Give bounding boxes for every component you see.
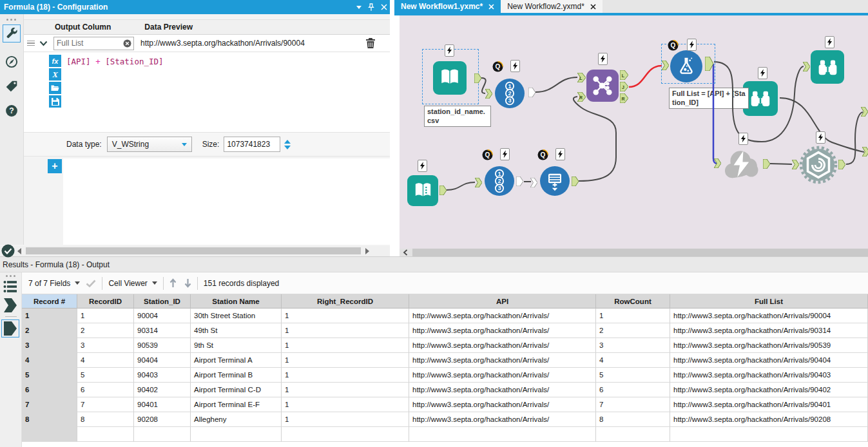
gear-macro-input-anchor[interactable] bbox=[792, 160, 799, 171]
fx-button[interactable]: fx bbox=[49, 55, 61, 67]
fields-caret-icon[interactable] bbox=[75, 281, 80, 285]
table-row[interactable]: 6690402Airport Terminal C-D1http://www3.… bbox=[22, 383, 868, 397]
size-spinner[interactable] bbox=[284, 140, 291, 149]
scroll-right-icon[interactable] bbox=[365, 248, 369, 254]
output-column-input[interactable]: Full List bbox=[53, 37, 134, 50]
column-header[interactable]: Right_RecordID bbox=[282, 294, 409, 309]
delete-expression-icon[interactable] bbox=[365, 37, 376, 49]
table-row[interactable]: 229031449th St1http://www3.septa.org/hac… bbox=[22, 323, 868, 338]
metadata-view-icon[interactable] bbox=[3, 280, 17, 293]
table-row[interactable]: 5590403Airport Terminal B1http://www3.se… bbox=[22, 368, 868, 383]
record-id-tool-1[interactable]: 1 2 3 bbox=[495, 79, 525, 108]
formula-tool[interactable] bbox=[670, 50, 702, 82]
input1-output-anchor[interactable] bbox=[474, 73, 481, 85]
join-tool[interactable] bbox=[586, 70, 619, 102]
input-data-tool-2[interactable] bbox=[407, 175, 438, 206]
scroll-top-icon[interactable] bbox=[169, 278, 177, 288]
column-header[interactable]: API bbox=[409, 294, 596, 309]
canvas-horizontal-scrollbar[interactable] bbox=[400, 249, 868, 256]
wire-generaterows-join-right[interactable] bbox=[574, 97, 616, 181]
wire-join-formula-selected-red[interactable] bbox=[629, 66, 662, 87]
help-tab-button[interactable]: ? bbox=[3, 102, 21, 120]
apply-fields-check-icon[interactable] bbox=[86, 280, 96, 287]
record-id-tool-2[interactable]: 1 2 3 bbox=[485, 166, 514, 196]
collapse-row-icon[interactable] bbox=[39, 41, 48, 46]
column-header[interactable]: Record # bbox=[22, 294, 77, 309]
configuration-tab-button[interactable] bbox=[3, 24, 21, 43]
browse-tool-2[interactable] bbox=[811, 50, 844, 84]
scroll-left-icon[interactable] bbox=[17, 248, 21, 254]
wire-recordid1-join-left[interactable] bbox=[535, 77, 577, 92]
pin-icon[interactable] bbox=[367, 3, 375, 12]
config-horizontal-scrollbar[interactable] bbox=[0, 246, 390, 256]
annotation-tab-button[interactable] bbox=[3, 77, 21, 95]
input2-output-anchor[interactable] bbox=[439, 185, 447, 197]
table-row[interactable]: 33905399th St1http://www3.septa.org/hack… bbox=[22, 338, 868, 353]
join-join-output-anchor[interactable]: J bbox=[620, 82, 628, 93]
expression-row[interactable]: Full List http://www3.septa.org/hackatho… bbox=[24, 35, 390, 52]
wire-gear-right-edge[interactable] bbox=[846, 112, 863, 164]
recordid2-input-anchor[interactable] bbox=[475, 178, 482, 189]
navigation-tab-button[interactable] bbox=[3, 53, 21, 71]
formula-editor[interactable]: fx X [API] + [Station_ID] bbox=[24, 52, 390, 132]
column-header[interactable]: Full List bbox=[670, 294, 868, 309]
cell-viewer-caret-icon[interactable] bbox=[152, 281, 157, 285]
column-header[interactable]: Station_ID bbox=[134, 294, 191, 309]
wire-cloud-gear[interactable] bbox=[770, 164, 792, 164]
close-tab-icon[interactable] bbox=[590, 4, 596, 10]
canvas-scroll-thumb[interactable] bbox=[412, 249, 868, 256]
table-row[interactable]: 8890208Allegheny1http://www3.septa.org/h… bbox=[22, 412, 868, 427]
table-row[interactable]: 7790401Airport Terminal E-F1http://www3.… bbox=[22, 397, 868, 412]
recordid2-output-anchor[interactable] bbox=[516, 176, 523, 188]
workflow-canvas[interactable]: station_id_name.csv 1 2 3 Q bbox=[400, 15, 868, 249]
size-input[interactable]: 1073741823 bbox=[224, 137, 280, 152]
table-row[interactable]: 119000430th Street Station1http://www3.s… bbox=[22, 309, 868, 323]
gear-macro-output-anchor[interactable] bbox=[838, 160, 845, 171]
config-scroll-thumb[interactable] bbox=[26, 247, 361, 254]
column-header[interactable]: Station Name bbox=[191, 294, 282, 309]
save-expression-button[interactable] bbox=[49, 95, 61, 108]
join-left-input-anchor[interactable]: L bbox=[577, 73, 586, 84]
join-left-output-anchor[interactable]: L bbox=[620, 70, 628, 82]
column-header[interactable]: RecordID bbox=[77, 294, 134, 309]
cloud-macro-output-anchor[interactable] bbox=[763, 159, 770, 171]
wire-browse1-right-edge[interactable] bbox=[780, 98, 864, 152]
gear-macro-tool[interactable] bbox=[799, 146, 838, 184]
tab-workflow1[interactable]: New Workflow1.yxmc* bbox=[394, 0, 501, 13]
offscreen-tool-input-anchor[interactable] bbox=[861, 107, 868, 119]
toolbar-grip[interactable] bbox=[6, 19, 16, 21]
formula-input-anchor[interactable] bbox=[662, 61, 669, 72]
generaterows-output-anchor[interactable] bbox=[572, 176, 579, 188]
column-header[interactable]: RowCount bbox=[596, 294, 670, 309]
row-drag-handle[interactable] bbox=[27, 41, 35, 46]
tab-workflow2[interactable]: New Workflow2.yxmd* bbox=[501, 0, 603, 13]
open-expression-button[interactable] bbox=[49, 82, 61, 94]
input-data-tool-1[interactable] bbox=[433, 61, 467, 95]
table-row-partial[interactable] bbox=[22, 427, 868, 442]
join-right-input-anchor[interactable]: R bbox=[577, 92, 586, 104]
close-tab-icon[interactable] bbox=[488, 4, 494, 10]
results-grip[interactable] bbox=[6, 275, 15, 277]
generaterows-input-anchor[interactable] bbox=[530, 178, 537, 189]
wire-input2-recordid2[interactable] bbox=[447, 182, 475, 190]
clear-field-icon[interactable] bbox=[123, 39, 131, 48]
fields-dropdown[interactable]: 7 of 7 Fields bbox=[28, 279, 70, 288]
offscreen-tool-input-anchor[interactable] bbox=[862, 147, 868, 158]
apply-check-icon[interactable] bbox=[1, 244, 15, 258]
variables-button[interactable]: X bbox=[49, 68, 61, 81]
browse2-input-anchor[interactable] bbox=[803, 62, 810, 73]
input-connection-icon[interactable] bbox=[4, 298, 17, 312]
scroll-bottom-icon[interactable] bbox=[184, 278, 191, 288]
formula-expression[interactable]: [API] + [Station_ID] bbox=[66, 57, 164, 66]
output-connection-button[interactable] bbox=[1, 319, 19, 338]
cloud-macro-tool[interactable] bbox=[722, 147, 762, 180]
data-type-dropdown[interactable]: V_WString bbox=[107, 137, 192, 152]
table-row[interactable]: 4490404Airport Terminal A1http://www3.se… bbox=[22, 353, 868, 368]
add-expression-button[interactable]: + bbox=[48, 159, 62, 173]
scroll-left-icon[interactable] bbox=[403, 249, 408, 256]
recordid1-output-anchor[interactable] bbox=[528, 88, 535, 99]
cloud-macro-input-anchor[interactable] bbox=[714, 158, 721, 170]
close-panel-icon[interactable] bbox=[381, 4, 387, 10]
formula-output-anchor[interactable] bbox=[705, 57, 713, 73]
recordid1-input-anchor[interactable] bbox=[485, 89, 492, 100]
